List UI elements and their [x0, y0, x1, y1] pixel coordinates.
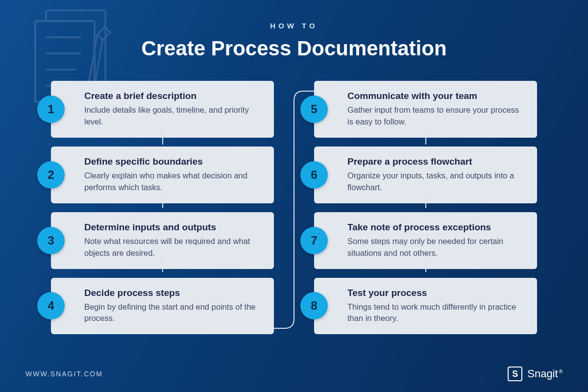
step-title: Communicate with your team	[347, 91, 525, 101]
step-title: Determine inputs and outputs	[84, 222, 262, 233]
page-title: Create Process Documentation	[0, 37, 588, 60]
brand-mark-icon: S	[508, 367, 522, 381]
step-title: Decide process steps	[84, 288, 262, 298]
connector-pipe	[425, 257, 426, 272]
step-title: Test your process	[347, 288, 525, 298]
connector-pipe	[425, 194, 426, 208]
step-text: Clearly explain who makes what decision …	[84, 170, 262, 194]
step-number-badge: 1	[37, 96, 65, 123]
step-title: Create a brief description	[84, 91, 262, 101]
steps-container: 1 Create a brief description Include det…	[0, 81, 588, 334]
footer: WWW.SNAGIT.COM S Snagit®	[0, 367, 588, 381]
step-title: Prepare a process flowchart	[347, 156, 525, 167]
step-text: Things tend to work much differently in …	[347, 301, 525, 325]
step-number-badge: 6	[300, 161, 328, 189]
step-text: Gather input from teams to ensure your p…	[347, 104, 525, 128]
step-number-badge: 3	[37, 227, 65, 254]
connector-pipe	[162, 130, 163, 145]
step-text: Note what resources will be required and…	[84, 236, 262, 259]
step-card: 8 Test your process Things tend to work …	[314, 278, 537, 335]
connector-pipe	[162, 257, 163, 272]
step-text: Organize your inputs, tasks, and outputs…	[347, 170, 525, 194]
connector-pipe	[425, 130, 426, 145]
footer-url: WWW.SNAGIT.COM	[25, 370, 103, 378]
brand-logo: S Snagit®	[508, 367, 563, 381]
step-number-badge: 4	[37, 292, 65, 319]
step-card: 1 Create a brief description Include det…	[51, 81, 274, 138]
step-card: 4 Decide process steps Begin by defining…	[51, 278, 274, 335]
steps-column-right: 5 Communicate with your team Gather inpu…	[314, 81, 537, 334]
brand-name: Snagit®	[527, 368, 563, 380]
connector-pipe	[162, 194, 163, 208]
steps-column-left: 1 Create a brief description Include det…	[51, 81, 274, 334]
step-number-badge: 5	[300, 96, 328, 123]
step-title: Take note of process exceptions	[347, 222, 525, 233]
step-text: Begin by defining the start and end poin…	[84, 301, 262, 325]
step-number-badge: 2	[37, 161, 65, 189]
eyebrow-text: HOW TO	[0, 22, 588, 30]
step-text: Some steps may only be needed for certai…	[347, 236, 525, 259]
step-text: Include details like goals, timeline, an…	[84, 104, 262, 128]
step-number-badge: 7	[300, 227, 328, 254]
step-card: 5 Communicate with your team Gather inpu…	[314, 81, 537, 138]
step-number-badge: 8	[300, 292, 328, 319]
step-title: Define specific boundaries	[84, 156, 262, 167]
